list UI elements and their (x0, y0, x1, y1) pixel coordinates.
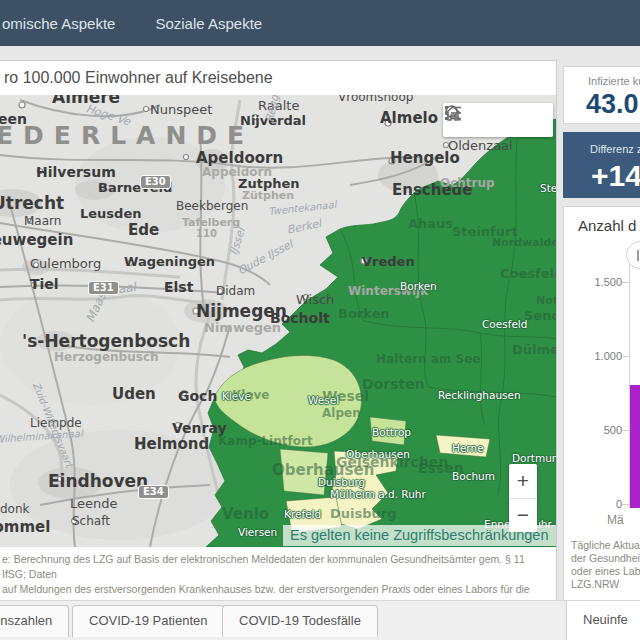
map-label: Kamp-Lintfort (218, 435, 313, 447)
chart-title: Anzahl d (578, 217, 636, 234)
map-label: E34 (138, 485, 169, 499)
map-label: Maas (84, 291, 108, 324)
map-label: Almelo (380, 111, 438, 126)
map-label: Nunspeet (150, 103, 212, 116)
map-label: Wesel (308, 395, 339, 406)
map-label: Recklinghausen (438, 390, 521, 401)
legend-icon[interactable] (522, 107, 548, 133)
tick-mark (622, 282, 630, 283)
bar-neuinfektionen-maerz[interactable] (630, 385, 640, 508)
map-label: Oldenzaal (448, 139, 513, 152)
map-label: Ede (128, 223, 159, 238)
choropleth-map[interactable]: AlmereeenEDERLANDENunspeetRaalteNijverda… (0, 95, 556, 547)
map-label: Vreden (362, 255, 415, 268)
map-title: ro 100.000 Einwohner auf Kreisebene (4, 69, 273, 87)
map-labels-layer: AlmereeenEDERLANDENunspeetRaalteNijverda… (0, 95, 556, 547)
tab-covid19-todesfaelle[interactable]: COVID-19 Todesfälle (222, 605, 378, 637)
map-label: Uden (112, 387, 156, 402)
access-notice: Es gelten keine Zugriffsbeschränkungen (283, 525, 556, 546)
y-tick-1500: 1.500 (572, 276, 622, 288)
map-label: Bochum (452, 471, 495, 482)
map-label: Krefeld (284, 509, 321, 520)
nav-item-oekonomische-aspekte[interactable]: omische Aspekte (2, 15, 115, 32)
difference-value: +14 (591, 159, 640, 193)
map-label: Zütphen (242, 190, 294, 201)
map-label: Wilhelminakanaal (0, 429, 83, 445)
map-label: Ochtrup (440, 177, 495, 189)
map-label: Oberhausen (346, 449, 410, 460)
map-label: Borken (400, 281, 437, 292)
map-label: Senden (524, 309, 556, 322)
map-label: Dortmund (512, 453, 556, 464)
map-label: Berkel (286, 218, 322, 236)
map-label: Culemborg (30, 257, 101, 270)
nav-item-soziale-aspekte[interactable]: Soziale Aspekte (155, 15, 262, 32)
map-label: Apeldoorn (196, 151, 283, 166)
map-label: Nieuwegein (0, 233, 73, 248)
tab-neuinfektionen-active[interactable]: Neuinfe (566, 601, 640, 640)
map-label: Herne (452, 443, 484, 454)
map-label: 110 (196, 229, 217, 239)
map-label: Duisburg (330, 507, 397, 520)
y-tick-500: 500 (572, 424, 622, 436)
map-label: Schaft (72, 515, 110, 527)
map-label: Bottrop (372, 427, 411, 438)
map-label: 's-Hertogenbosch (22, 333, 190, 350)
map-label: Didam (216, 285, 255, 297)
zoom-in-button[interactable]: + (509, 464, 537, 499)
tick-mark (622, 504, 630, 505)
map-footnote: e: Berechnung des LZG auf Basis der elek… (0, 547, 556, 600)
map-label: Venray (172, 421, 227, 435)
map-label: Hengelo (390, 151, 460, 166)
map-label: Oude IJssel (236, 239, 295, 277)
map-label: Tiel (30, 277, 59, 291)
map-label: Nordwalde (492, 237, 556, 248)
map-label: Mülheim a.d. Ruhr (330, 489, 426, 500)
tick-mark (622, 356, 630, 357)
chart-note: Tägliche Aktual der Gesundheit oder eine… (571, 539, 640, 591)
map-label: Eindhoven (48, 473, 148, 490)
map-panel: ro 100.000 Einwohner auf Kreisebene (0, 60, 557, 600)
chart-panel: Anzahl d 1.500 1.000 500 0 Mä Tägliche A… (563, 206, 640, 602)
stat-card-difference: Differenz zur +14 (563, 132, 640, 198)
footnote-line-1: e: Berechnung des LZG auf Basis der elek… (2, 552, 550, 582)
map-label: Hilversum (36, 165, 116, 179)
tick-mark (622, 430, 630, 431)
map-label: Utrecht (0, 195, 64, 212)
x-tick-maerz: Mä (607, 513, 624, 527)
map-label: IJssel (228, 227, 247, 257)
map-label: Lommel (0, 520, 50, 535)
footnote-line-2: auf Meldungen des erstversorgenden Krank… (2, 582, 550, 597)
map-label: Helmond (134, 437, 209, 452)
map-label: Dülmen (512, 343, 556, 356)
map-zoom-control: + − (509, 464, 537, 532)
map-label: Alpen (322, 407, 361, 419)
map-label: Steinfurt (540, 183, 556, 194)
map-label: Wisch (296, 293, 334, 306)
map-label: Bocholt (270, 311, 330, 325)
difference-label: Differenz zur (590, 143, 640, 155)
map-label: Borken (338, 307, 390, 320)
map-label: Tafelberg (182, 217, 240, 228)
y-tick-1000: 1.000 (572, 350, 622, 362)
map-label: Dorsten (362, 377, 425, 391)
map-label: Venlo (222, 507, 269, 522)
map-label: Kleve (222, 391, 251, 402)
map-label: Viersen (238, 527, 277, 538)
map-label: Vroomshoop (338, 95, 413, 103)
map-label: Goch (178, 389, 217, 403)
bottom-tabbar: onszahlen COVID-19 Patienten COVID-19 To… (0, 600, 640, 640)
infected-value: 43.0 (586, 89, 639, 120)
map-label: Coesfeld (482, 319, 527, 330)
map-label: Ahaus (408, 217, 453, 230)
map-label: Coesfeld (500, 267, 556, 280)
map-label: Almere (52, 95, 120, 106)
stat-card-infected: Infizierte ku 43.0 (563, 66, 640, 124)
map-label: Leusden (80, 207, 141, 220)
map-label: donk (0, 503, 30, 515)
map-label: Maarn (24, 215, 61, 227)
tab-infektionszahlen[interactable]: onszahlen (0, 605, 69, 637)
map-label: Duisburg (318, 477, 365, 488)
tab-covid19-patienten[interactable]: COVID-19 Patienten (72, 605, 225, 637)
home-icon[interactable] (485, 107, 511, 133)
